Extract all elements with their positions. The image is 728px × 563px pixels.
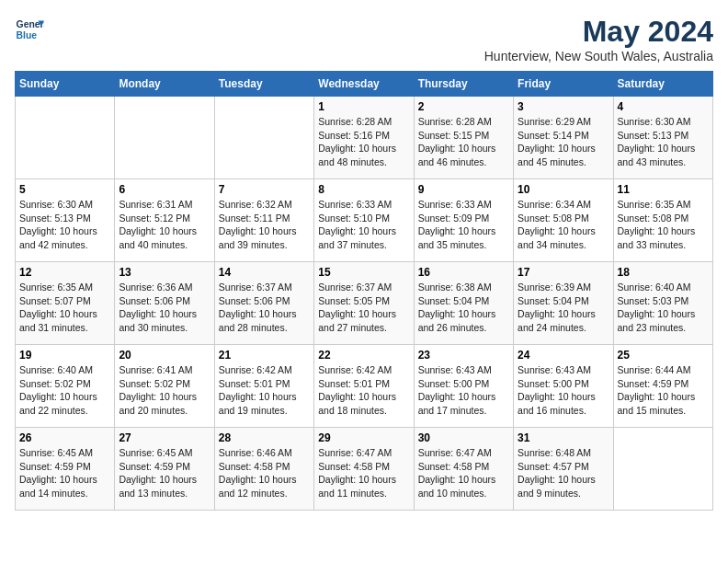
day-info: Sunrise: 6:43 AM Sunset: 5:00 PM Dayligh… [518,363,609,418]
day-number: 7 [219,183,310,196]
svg-text:Blue: Blue [17,30,38,40]
day-info: Sunrise: 6:47 AM Sunset: 4:58 PM Dayligh… [418,446,509,500]
day-info: Sunrise: 6:29 AM Sunset: 5:14 PM Dayligh… [518,115,609,169]
day-info: Sunrise: 6:31 AM Sunset: 5:12 PM Dayligh… [119,198,210,252]
table-row: 17Sunrise: 6:39 AM Sunset: 5:04 PM Dayli… [514,262,613,345]
day-info: Sunrise: 6:30 AM Sunset: 5:13 PM Dayligh… [618,115,709,169]
day-info: Sunrise: 6:48 AM Sunset: 4:57 PM Dayligh… [518,446,609,500]
day-info: Sunrise: 6:37 AM Sunset: 5:05 PM Dayligh… [318,281,409,335]
day-number: 31 [518,431,609,444]
table-row: 5Sunrise: 6:30 AM Sunset: 5:13 PM Daylig… [16,179,115,262]
day-info: Sunrise: 6:45 AM Sunset: 4:59 PM Dayligh… [19,446,110,500]
logo-icon: General Blue [15,15,44,44]
table-row: 18Sunrise: 6:40 AM Sunset: 5:03 PM Dayli… [613,262,712,345]
day-number: 6 [119,183,210,196]
table-row: 20Sunrise: 6:41 AM Sunset: 5:02 PM Dayli… [115,345,214,428]
day-number: 11 [618,183,709,196]
day-number: 13 [119,266,210,279]
day-info: Sunrise: 6:30 AM Sunset: 5:13 PM Dayligh… [19,198,110,252]
day-info: Sunrise: 6:33 AM Sunset: 5:10 PM Dayligh… [318,198,409,252]
day-info: Sunrise: 6:38 AM Sunset: 5:04 PM Dayligh… [418,281,509,335]
table-row: 6Sunrise: 6:31 AM Sunset: 5:12 PM Daylig… [115,179,214,262]
day-number: 19 [19,349,110,362]
day-number: 29 [318,431,409,444]
table-row: 22Sunrise: 6:42 AM Sunset: 5:01 PM Dayli… [314,345,414,428]
header-saturday: Saturday [613,72,712,97]
day-info: Sunrise: 6:39 AM Sunset: 5:04 PM Dayligh… [518,281,609,335]
table-row: 26Sunrise: 6:45 AM Sunset: 4:59 PM Dayli… [16,428,115,511]
day-number: 5 [19,183,110,196]
table-row: 24Sunrise: 6:43 AM Sunset: 5:00 PM Dayli… [514,345,613,428]
calendar-week-row: 5Sunrise: 6:30 AM Sunset: 5:13 PM Daylig… [16,179,713,262]
table-row: 21Sunrise: 6:42 AM Sunset: 5:01 PM Dayli… [214,345,313,428]
header-tuesday: Tuesday [214,72,313,97]
table-row [115,97,214,179]
day-number: 28 [219,431,310,444]
day-number: 14 [219,266,310,279]
table-row: 12Sunrise: 6:35 AM Sunset: 5:07 PM Dayli… [16,262,115,345]
day-number: 22 [318,349,409,362]
header-friday: Friday [514,72,613,97]
day-info: Sunrise: 6:41 AM Sunset: 5:02 PM Dayligh… [119,363,210,418]
day-info: Sunrise: 6:35 AM Sunset: 5:08 PM Dayligh… [618,198,709,252]
day-info: Sunrise: 6:28 AM Sunset: 5:16 PM Dayligh… [318,115,409,169]
day-number: 26 [19,431,110,444]
day-number: 23 [418,349,509,362]
table-row [214,97,313,179]
day-info: Sunrise: 6:40 AM Sunset: 5:03 PM Dayligh… [618,281,709,335]
table-row: 16Sunrise: 6:38 AM Sunset: 5:04 PM Dayli… [414,262,513,345]
day-number: 10 [518,183,609,196]
logo: General Blue [15,15,44,44]
calendar-header-row: Sunday Monday Tuesday Wednesday Thursday… [16,72,713,97]
header-wednesday: Wednesday [314,72,414,97]
day-info: Sunrise: 6:32 AM Sunset: 5:11 PM Dayligh… [219,198,310,252]
table-row: 31Sunrise: 6:48 AM Sunset: 4:57 PM Dayli… [514,428,613,511]
table-row: 11Sunrise: 6:35 AM Sunset: 5:08 PM Dayli… [613,179,712,262]
day-info: Sunrise: 6:42 AM Sunset: 5:01 PM Dayligh… [318,363,409,418]
table-row: 13Sunrise: 6:36 AM Sunset: 5:06 PM Dayli… [115,262,214,345]
day-number: 30 [418,431,509,444]
calendar-week-row: 26Sunrise: 6:45 AM Sunset: 4:59 PM Dayli… [16,428,713,511]
table-row: 14Sunrise: 6:37 AM Sunset: 5:06 PM Dayli… [214,262,313,345]
table-row: 15Sunrise: 6:37 AM Sunset: 5:05 PM Dayli… [314,262,414,345]
header-monday: Monday [115,72,214,97]
table-row: 23Sunrise: 6:43 AM Sunset: 5:00 PM Dayli… [414,345,513,428]
day-number: 12 [19,266,110,279]
day-info: Sunrise: 6:46 AM Sunset: 4:58 PM Dayligh… [219,446,310,500]
page-header: General Blue May 2024 Hunterview, New So… [15,15,713,63]
day-number: 4 [618,100,709,113]
day-info: Sunrise: 6:45 AM Sunset: 4:59 PM Dayligh… [119,446,210,500]
day-number: 2 [418,100,509,113]
table-row: 4Sunrise: 6:30 AM Sunset: 5:13 PM Daylig… [613,97,712,179]
day-info: Sunrise: 6:33 AM Sunset: 5:09 PM Dayligh… [418,198,509,252]
day-info: Sunrise: 6:43 AM Sunset: 5:00 PM Dayligh… [418,363,509,418]
day-info: Sunrise: 6:28 AM Sunset: 5:15 PM Dayligh… [418,115,509,169]
header-thursday: Thursday [414,72,513,97]
day-number: 27 [119,431,210,444]
table-row: 2Sunrise: 6:28 AM Sunset: 5:15 PM Daylig… [414,97,513,179]
day-info: Sunrise: 6:35 AM Sunset: 5:07 PM Dayligh… [19,281,110,335]
table-row: 27Sunrise: 6:45 AM Sunset: 4:59 PM Dayli… [115,428,214,511]
day-info: Sunrise: 6:37 AM Sunset: 5:06 PM Dayligh… [219,281,310,335]
table-row: 3Sunrise: 6:29 AM Sunset: 5:14 PM Daylig… [514,97,613,179]
title-area: May 2024 Hunterview, New South Wales, Au… [484,15,713,63]
table-row [613,428,712,511]
table-row: 29Sunrise: 6:47 AM Sunset: 4:58 PM Dayli… [314,428,414,511]
day-number: 20 [119,349,210,362]
calendar-title: May 2024 [484,15,713,49]
day-number: 24 [518,349,609,362]
table-row: 1Sunrise: 6:28 AM Sunset: 5:16 PM Daylig… [314,97,414,179]
day-info: Sunrise: 6:40 AM Sunset: 5:02 PM Dayligh… [19,363,110,418]
day-info: Sunrise: 6:42 AM Sunset: 5:01 PM Dayligh… [219,363,310,418]
calendar-week-row: 12Sunrise: 6:35 AM Sunset: 5:07 PM Dayli… [16,262,713,345]
day-info: Sunrise: 6:34 AM Sunset: 5:08 PM Dayligh… [518,198,609,252]
day-info: Sunrise: 6:47 AM Sunset: 4:58 PM Dayligh… [318,446,409,500]
calendar-week-row: 19Sunrise: 6:40 AM Sunset: 5:02 PM Dayli… [16,345,713,428]
day-number: 17 [518,266,609,279]
calendar-table: Sunday Monday Tuesday Wednesday Thursday… [15,71,713,511]
day-number: 16 [418,266,509,279]
day-number: 25 [618,349,709,362]
calendar-subtitle: Hunterview, New South Wales, Australia [484,49,713,63]
calendar-week-row: 1Sunrise: 6:28 AM Sunset: 5:16 PM Daylig… [16,97,713,179]
day-info: Sunrise: 6:36 AM Sunset: 5:06 PM Dayligh… [119,281,210,335]
